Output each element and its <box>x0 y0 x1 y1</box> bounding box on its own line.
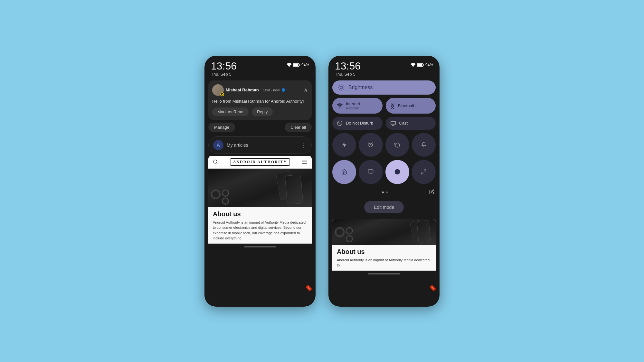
dot-1 <box>382 191 384 193</box>
website-nav-left: ANDROID AUTHORITY <box>208 156 312 169</box>
svg-line-19 <box>343 89 343 89</box>
edit-pencil-icon[interactable] <box>429 189 434 196</box>
brightness-tile[interactable]: Brightness <box>332 80 436 95</box>
reply-button[interactable]: Reply <box>252 107 273 116</box>
battery-text-right: 94% <box>425 63 433 67</box>
qs-tile-home[interactable] <box>332 160 356 184</box>
alarm-icon <box>368 142 374 148</box>
cast-text: Cast <box>399 121 408 126</box>
about-us-left: About us Android Authority is an imprint… <box>208 207 312 244</box>
about-us-right: About us Android Authority is an imprint… <box>332 245 436 271</box>
battery-icon-left <box>293 63 300 67</box>
status-icons-right: 94% <box>411 63 433 67</box>
brightness-label: Brightness <box>348 85 373 90</box>
phone-shape-right-1 <box>417 220 431 244</box>
phones-image-left <box>208 169 312 207</box>
svg-rect-27 <box>391 121 395 125</box>
qs-tile-rotate[interactable] <box>385 133 409 157</box>
notif-sender-name: Mishaal Rahman <box>226 88 259 92</box>
about-heading-right: About us <box>337 248 431 255</box>
notif-header: ★ Mishaal Rahman · Chat · now 🔵 ∧ <box>212 84 308 96</box>
cam-lens-2 <box>222 190 229 197</box>
my-articles-widget[interactable]: A My articles ⋮ <box>208 136 312 154</box>
dot-2 <box>386 191 388 193</box>
time-block-left: 13:56 Thu, Sep 5 <box>211 61 237 77</box>
svg-rect-34 <box>368 170 373 173</box>
svg-rect-3 <box>299 64 300 66</box>
widget-left: A My articles <box>213 140 248 150</box>
qs-icon-row-2 <box>332 160 436 184</box>
svg-point-15 <box>340 86 343 88</box>
notif-chevron-icon[interactable]: ∧ <box>304 87 308 94</box>
quick-settings-panel: Brightness Internet Rahman <box>328 78 440 219</box>
svg-point-11 <box>413 66 414 67</box>
notif-sender-info: Mishaal Rahman · Chat · now 🔵 <box>226 88 285 92</box>
dnd-tile[interactable]: Do Not Disturb <box>332 117 383 130</box>
notif-app: · Chat · now <box>261 88 280 92</box>
qs-icon-row-1 <box>332 133 436 157</box>
time-block-right: 13:56 Thu, Sep 5 <box>335 61 361 77</box>
widget-icon: A <box>213 140 223 150</box>
svg-line-22 <box>339 89 340 89</box>
svg-line-32 <box>368 143 369 143</box>
cam-lens-right-2 <box>346 227 353 234</box>
svg-line-7 <box>216 163 217 164</box>
cast-icon <box>390 121 396 126</box>
menu-icon-left[interactable] <box>302 160 307 164</box>
flexi-badge-left: flexi <box>305 285 312 292</box>
wifi-qs-icon <box>337 103 343 108</box>
cam-lens-right-main <box>335 227 345 237</box>
qs-tile-alarm[interactable] <box>359 133 383 157</box>
time-left: 13:56 <box>211 61 237 71</box>
home-indicator-left <box>204 244 316 250</box>
edit-mode-button[interactable]: Edit mode <box>364 201 404 213</box>
svg-point-6 <box>213 160 217 163</box>
internet-tile[interactable]: Internet Rahman <box>332 98 383 114</box>
edit-mode-row <box>332 187 436 198</box>
clear-all-button[interactable]: Clear all <box>285 123 312 132</box>
svg-rect-13 <box>417 64 422 66</box>
svg-line-26 <box>338 122 342 125</box>
flexi-badge-right: flexi <box>429 285 436 292</box>
battery-icon-right <box>417 63 424 67</box>
wifi-icon-left <box>287 63 292 67</box>
qs-tile-bell[interactable] <box>412 133 436 157</box>
notification-card: ★ Mishaal Rahman · Chat · now 🔵 ∧ Hello … <box>208 80 312 120</box>
bluetooth-tile[interactable]: Bluetooth <box>386 98 436 114</box>
home-bar-right <box>368 273 400 274</box>
dnd-icon <box>337 120 343 126</box>
notif-app-info: ★ Mishaal Rahman · Chat · now 🔵 <box>212 84 285 96</box>
camera-group-right <box>335 227 353 242</box>
svg-point-35 <box>394 169 400 175</box>
chat-icon: ★ <box>221 93 223 96</box>
date-right: Thu, Sep 5 <box>335 72 361 77</box>
rotate-icon <box>394 142 400 148</box>
mark-as-read-button[interactable]: Mark as Read <box>212 107 249 116</box>
svg-line-37 <box>421 172 423 174</box>
home-bar-left <box>244 246 276 247</box>
notif-message: Hello from Mishaal Rahman for Android Au… <box>212 98 308 104</box>
widget-label: My articles <box>227 143 248 148</box>
manage-button[interactable]: Manage <box>208 123 235 132</box>
qs-tile-circle[interactable] <box>385 160 409 184</box>
qs-tile-expand[interactable] <box>412 160 436 184</box>
avatar: ★ <box>212 84 224 96</box>
svg-rect-10 <box>302 163 307 164</box>
widget-menu-icon[interactable]: ⋮ <box>301 142 307 149</box>
svg-line-18 <box>339 85 340 86</box>
notif-sender-row: Mishaal Rahman · Chat · now 🔵 <box>226 88 285 92</box>
svg-line-23 <box>343 85 343 86</box>
cast-tile[interactable]: Cast <box>386 117 436 130</box>
bell-icon <box>421 142 426 148</box>
svg-text:★: ★ <box>222 93 223 95</box>
search-icon-left[interactable] <box>213 159 218 164</box>
internet-text: Internet Rahman <box>346 101 360 110</box>
website-frame-right: About us Android Authority is an imprint… <box>332 219 436 271</box>
internet-sublabel: Rahman <box>346 106 360 110</box>
dnd-text: Do Not Disturb <box>346 121 373 126</box>
qs-tile-flash[interactable] <box>332 133 356 157</box>
cam-lens-3 <box>222 198 229 205</box>
about-text-left: Android Authority is an imprint of Autho… <box>213 220 307 241</box>
qs-tile-screen[interactable] <box>359 160 383 184</box>
date-left: Thu, Sep 5 <box>211 72 237 77</box>
